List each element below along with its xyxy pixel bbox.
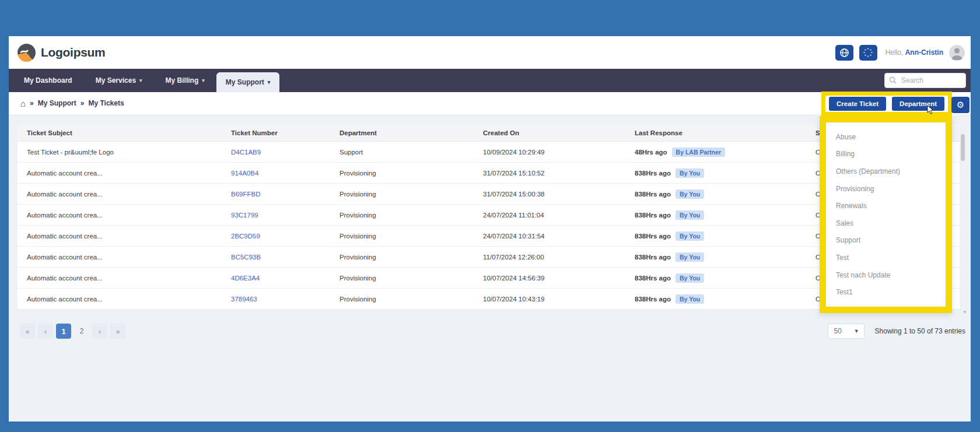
breadcrumb-separator: » <box>80 99 85 107</box>
table-row: Automatic account crea... 2BC9D59 Provis… <box>18 226 960 247</box>
cell-department: Provisioning <box>330 170 474 177</box>
nav-search <box>884 73 966 88</box>
breadcrumb-my-support[interactable]: My Support <box>38 99 76 107</box>
dropdown-item-provisioning[interactable]: Provisioning <box>826 180 946 198</box>
cell-subject: Test Ticket - pr&uuml;fe Logo <box>18 149 222 156</box>
page-size-select[interactable]: 50 ▼ <box>828 324 864 339</box>
showing-entries-text: Showing 1 to 50 of 73 entries <box>875 327 965 335</box>
department-button[interactable]: Department <box>892 97 944 111</box>
ticket-number-link[interactable]: D4C1AB9 <box>231 149 261 156</box>
cell-created: 24/07/2024 11:01:04 <box>474 212 625 219</box>
header-controls: Hello, Ann-Cristin <box>835 45 965 61</box>
ticket-number-link[interactable]: B69FFBD <box>231 191 261 198</box>
create-ticket-button[interactable]: Create Ticket <box>829 97 886 111</box>
cell-department: Provisioning <box>330 275 474 282</box>
settings-gear-button[interactable]: ⚙ <box>951 97 970 113</box>
cell-department: Provisioning <box>330 233 474 240</box>
response-by-badge: By You <box>676 189 704 199</box>
response-by-badge: By You <box>676 231 704 241</box>
ticket-number-link[interactable]: 4D6E3A4 <box>231 275 260 282</box>
col-department: Department <box>330 129 474 136</box>
dropdown-item-test1[interactable]: Test1 <box>826 283 946 301</box>
response-by-badge: By You <box>676 168 704 178</box>
ticket-number-link[interactable]: 93C1799 <box>231 212 258 219</box>
table-row: Automatic account crea... BC5C93B Provis… <box>18 247 960 268</box>
greeting-text: Hello, Ann-Cristin <box>886 48 943 57</box>
brand-logo[interactable]: Logoipsum <box>18 44 105 62</box>
screenshot-frame: Logoipsum <box>0 0 980 432</box>
globe-icon <box>839 48 849 58</box>
eu-flag-button[interactable] <box>859 45 877 61</box>
department-dropdown-list: Abuse Billing Others (Department) Provis… <box>826 122 946 307</box>
footer-right: 50 ▼ Showing 1 to 50 of 73 entries <box>828 324 965 339</box>
cell-response-time: 838Hrs ago <box>635 275 671 282</box>
pagination-last-button[interactable]: » <box>110 324 125 339</box>
dropdown-item-test[interactable]: Test <box>826 249 946 266</box>
nav-item-my-dashboard[interactable]: My Dashboard <box>9 69 84 92</box>
cell-response-time: 838Hrs ago <box>635 170 671 177</box>
cell-department: Provisioning <box>330 296 474 303</box>
dropdown-item-renewals[interactable]: Renewals <box>826 197 946 215</box>
user-avatar[interactable] <box>949 45 965 61</box>
pagination-page-1[interactable]: 1 <box>56 324 71 339</box>
pagination-first-button[interactable]: « <box>20 324 35 339</box>
cell-created: 10/07/2024 14:56:39 <box>474 275 625 282</box>
cell-created: 11/07/2024 12:26:00 <box>474 254 625 261</box>
dropdown-item-sales[interactable]: Sales <box>826 215 946 232</box>
department-dropdown: Abuse Billing Others (Department) Provis… <box>820 116 952 313</box>
col-ticket-number: Ticket Number <box>222 129 330 136</box>
response-by-badge: By You <box>676 273 704 283</box>
cell-response-time: 838Hrs ago <box>635 191 671 198</box>
nav-item-my-billing[interactable]: My Billing ▾ <box>154 69 216 92</box>
table-row: Automatic account crea... 93C1799 Provis… <box>18 205 960 226</box>
nav-label: My Dashboard <box>24 76 72 85</box>
search-input[interactable] <box>884 73 966 88</box>
language-globe-button[interactable] <box>835 45 853 61</box>
pagination-page-2[interactable]: 2 <box>74 324 89 339</box>
table-footer: « ‹ 1 2 › » 50 ▼ Showing 1 to 50 of 73 e… <box>20 324 965 339</box>
breadcrumb-my-tickets[interactable]: My Tickets <box>88 99 124 107</box>
pagination-prev-button[interactable]: ‹ <box>38 324 53 339</box>
cell-subject: Automatic account crea... <box>18 275 222 282</box>
nav-label: My Support <box>226 78 264 86</box>
home-icon[interactable]: ⌂ <box>20 99 26 108</box>
pagination: « ‹ 1 2 › » <box>20 324 125 339</box>
chevron-down-icon: ▼ <box>854 328 859 334</box>
col-ticket-subject: Ticket Subject <box>18 129 222 136</box>
cell-created: 31/07/2024 15:00:38 <box>474 191 625 198</box>
nav-item-my-services[interactable]: My Services ▾ <box>84 69 154 92</box>
nav-item-my-support[interactable]: My Support ▾ <box>216 72 280 92</box>
ticket-number-link[interactable]: 2BC9D59 <box>231 233 260 240</box>
response-by-badge: By You <box>676 252 704 262</box>
chevron-down-icon: ▾ <box>268 79 271 85</box>
ticket-number-link[interactable]: BC5C93B <box>231 254 261 261</box>
table-header-row: Ticket Subject Ticket Number Department … <box>18 124 960 142</box>
cell-response-time: 48Hrs ago <box>635 149 667 156</box>
ticket-number-link[interactable]: 3789463 <box>231 296 257 303</box>
cell-created: 10/09/2024 10:29:49 <box>474 149 625 156</box>
dropdown-item-test-nach-update[interactable]: Test nach Update <box>826 266 946 284</box>
cell-department: Support <box>330 149 474 156</box>
scrollbar-down-caret: ▾ <box>963 309 966 315</box>
dropdown-item-abuse[interactable]: Abuse <box>826 128 946 146</box>
table-row: Automatic account crea... 3789463 Provis… <box>18 289 960 310</box>
dropdown-item-billing[interactable]: Billing <box>826 146 946 163</box>
chevron-down-icon: ▾ <box>202 78 205 83</box>
cell-subject: Automatic account crea... <box>18 233 222 240</box>
cell-department: Provisioning <box>330 212 474 219</box>
main-nav: My Dashboard My Services ▾ My Billing ▾ … <box>9 69 971 92</box>
gear-icon: ⚙ <box>957 100 964 110</box>
tickets-table: Ticket Subject Ticket Number Department … <box>18 124 960 310</box>
cell-response-time: 838Hrs ago <box>635 233 671 240</box>
mouse-cursor <box>927 105 935 115</box>
col-last-response: Last Response <box>625 129 806 136</box>
pagination-next-button[interactable]: › <box>92 324 107 339</box>
dropdown-item-support[interactable]: Support <box>826 232 946 250</box>
scrollbar-thumb[interactable] <box>961 134 965 161</box>
nav-label: My Services <box>96 76 136 85</box>
top-header: Logoipsum <box>9 36 971 69</box>
dropdown-item-others[interactable]: Others (Department) <box>826 163 946 180</box>
ticket-number-link[interactable]: 914A0B4 <box>231 170 258 177</box>
person-icon <box>949 45 965 61</box>
user-name: Ann-Cristin <box>905 48 943 57</box>
